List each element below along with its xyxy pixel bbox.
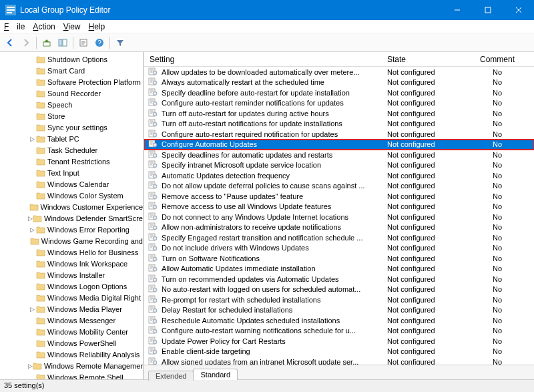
- tree-item[interactable]: ▷Tablet PC: [0, 133, 143, 144]
- setting-row[interactable]: Enable client-side targetingNot configur…: [144, 347, 534, 357]
- expand-icon[interactable]: ▷: [28, 306, 36, 313]
- svg-point-61: [154, 217, 156, 218]
- setting-state: Not configured: [387, 254, 461, 262]
- tab-standard[interactable]: Standard: [193, 369, 238, 380]
- setting-comment: No: [461, 151, 534, 159]
- back-button[interactable]: [3, 35, 17, 50]
- help-button[interactable]: ?: [92, 35, 107, 50]
- setting-row[interactable]: Allow non-administrators to receive upda…: [144, 222, 534, 233]
- setting-row[interactable]: No auto-restart with logged on users for…: [144, 284, 534, 295]
- expand-icon[interactable]: ▷: [28, 363, 33, 369]
- filter-button[interactable]: [113, 35, 127, 50]
- col-setting[interactable]: Setting: [144, 55, 387, 64]
- setting-row[interactable]: Configure auto-restart required notifica…: [144, 129, 534, 140]
- forward-button[interactable]: [19, 35, 33, 50]
- policy-icon: [148, 212, 159, 222]
- folder-icon: [33, 361, 42, 371]
- tree-label: Windows Error Reporting: [47, 226, 129, 234]
- status-bar: 35 setting(s): [0, 379, 534, 392]
- setting-row[interactable]: Do not allow update deferral policies to…: [144, 181, 534, 192]
- col-comment[interactable]: Comment: [461, 55, 534, 64]
- close-button[interactable]: [503, 0, 534, 20]
- tree-item[interactable]: Smart Card: [0, 65, 143, 76]
- tree-item[interactable]: Tenant Restrictions: [0, 156, 143, 167]
- tree-item[interactable]: Windows Hello for Business: [0, 246, 143, 258]
- tree-item[interactable]: Windows Media Digital Right: [0, 292, 143, 303]
- tree-item[interactable]: Windows Reliability Analysis: [0, 349, 143, 360]
- expand-icon[interactable]: ▷: [28, 226, 36, 233]
- setting-row[interactable]: Specify intranet Microsoft update servic…: [144, 160, 534, 171]
- up-button[interactable]: [39, 35, 54, 50]
- show-hide-tree-button[interactable]: [55, 35, 70, 50]
- setting-row[interactable]: Re-prompt for restart with scheduled ins…: [144, 295, 534, 305]
- setting-row[interactable]: Configure Automatic UpdatesNot configure…: [144, 140, 534, 150]
- setting-row[interactable]: Turn off auto-restart notifications for …: [144, 119, 534, 130]
- tab-extended[interactable]: Extended: [148, 371, 194, 381]
- tree-item[interactable]: Windows Color System: [0, 190, 143, 201]
- minimize-button[interactable]: [442, 0, 473, 20]
- tree-item[interactable]: Windows Customer Experience: [0, 201, 143, 212]
- tree-item[interactable]: Windows Calendar: [0, 178, 143, 190]
- tree-item[interactable]: Windows Ink Workspace: [0, 258, 143, 269]
- setting-row[interactable]: Update Power Policy for Cart RestartsNot…: [144, 336, 534, 347]
- tree-item[interactable]: Windows Remote Shell: [0, 371, 143, 379]
- tree-item[interactable]: ▷Windows Media Player: [0, 303, 143, 315]
- setting-row[interactable]: Do not include drivers with Windows Upda…: [144, 243, 534, 254]
- rows[interactable]: Allow updates to be downloaded automatic…: [144, 67, 534, 365]
- tree-item[interactable]: ▷Windows Remote Management: [0, 360, 143, 371]
- svg-point-76: [154, 268, 156, 270]
- tree-item[interactable]: Windows Game Recording and: [0, 235, 143, 246]
- expand-icon[interactable]: ▷: [28, 215, 33, 222]
- tree-item[interactable]: ▷Windows Error Reporting: [0, 224, 143, 235]
- setting-comment: No: [461, 161, 534, 169]
- col-state[interactable]: State: [387, 55, 461, 64]
- policy-icon: [148, 284, 159, 294]
- setting-row[interactable]: Remove access to "Pause updates" feature…: [144, 191, 534, 202]
- setting-row[interactable]: Always automatically restart at the sche…: [144, 77, 534, 88]
- setting-row[interactable]: Configure auto-restart warning notificat…: [144, 326, 534, 337]
- setting-comment: No: [461, 78, 534, 86]
- menu-view[interactable]: View: [63, 22, 81, 31]
- export-button[interactable]: [76, 35, 91, 50]
- menu-help[interactable]: Help: [89, 22, 105, 31]
- setting-row[interactable]: Delay Restart for scheduled installation…: [144, 305, 534, 316]
- menu-action[interactable]: Action: [33, 22, 55, 31]
- setting-row[interactable]: Turn on Software NotificationsNot config…: [144, 253, 534, 264]
- setting-row[interactable]: Specify deadlines for automatic updates …: [144, 150, 534, 160]
- setting-row[interactable]: Allow updates to be downloaded automatic…: [144, 67, 534, 77]
- setting-row[interactable]: Turn on recommended updates via Automati…: [144, 274, 534, 284]
- tree-item[interactable]: Windows PowerShell: [0, 337, 143, 349]
- tree-item[interactable]: Text Input: [0, 167, 143, 178]
- tree-item[interactable]: Software Protection Platform: [0, 76, 143, 87]
- tree-pane[interactable]: Shutdown OptionsSmart CardSoftware Prote…: [0, 52, 144, 379]
- setting-row[interactable]: Specify Engaged restart transition and n…: [144, 232, 534, 243]
- setting-row[interactable]: Reschedule Automatic Updates scheduled i…: [144, 315, 534, 326]
- setting-row[interactable]: Allow Automatic Updates immediate instal…: [144, 264, 534, 274]
- tree-item[interactable]: Windows Messenger: [0, 315, 143, 326]
- setting-row[interactable]: Allow signed updates from an intranet Mi…: [144, 357, 534, 365]
- tree-label: Windows Installer: [47, 271, 105, 279]
- tree-item[interactable]: Speech: [0, 99, 143, 110]
- tree-item[interactable]: Shutdown Options: [0, 53, 143, 65]
- maximize-button[interactable]: [473, 0, 503, 20]
- tree-item[interactable]: Windows Installer: [0, 269, 143, 280]
- setting-row[interactable]: Remove access to use all Windows Update …: [144, 202, 534, 212]
- setting-state: Not configured: [387, 347, 461, 355]
- setting-row[interactable]: Configure auto-restart reminder notifica…: [144, 98, 534, 109]
- tree-item[interactable]: Sound Recorder: [0, 87, 143, 99]
- tree-item[interactable]: Store: [0, 110, 143, 122]
- setting-row[interactable]: Do not connect to any Windows Update Int…: [144, 212, 534, 222]
- setting-row[interactable]: Specify deadline before auto-restart for…: [144, 87, 534, 98]
- tree-item[interactable]: Windows Mobility Center: [0, 326, 143, 337]
- policy-icon: [148, 77, 159, 87]
- tree-item[interactable]: Task Scheduler: [0, 144, 143, 156]
- svg-rect-9: [59, 39, 62, 46]
- menu-file[interactable]: File: [4, 22, 25, 31]
- setting-row[interactable]: Turn off auto-restart for updates during…: [144, 108, 534, 119]
- tree-item[interactable]: Windows Logon Options: [0, 280, 143, 292]
- tree-item[interactable]: ▷Windows Defender SmartScreen: [0, 212, 143, 224]
- expand-icon[interactable]: ▷: [28, 136, 36, 142]
- setting-row[interactable]: Automatic Updates detection frequencyNot…: [144, 170, 534, 181]
- tree-item[interactable]: Sync your settings: [0, 122, 143, 133]
- policy-icon: [148, 274, 159, 284]
